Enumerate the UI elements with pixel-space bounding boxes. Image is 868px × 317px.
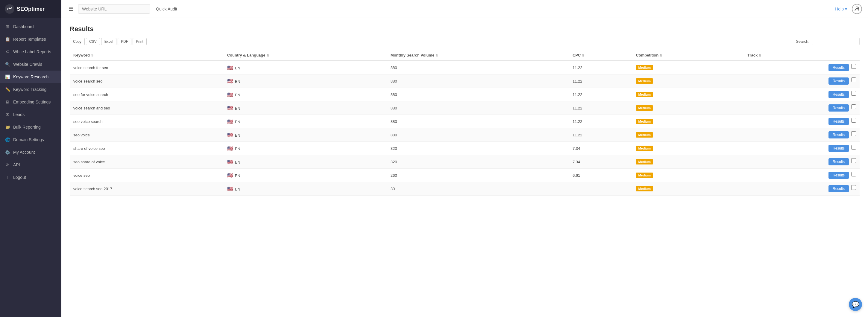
hamburger-button[interactable]: ☰: [67, 4, 74, 13]
results-button[interactable]: Results: [829, 118, 849, 125]
cell-volume: 880: [387, 88, 569, 101]
results-button[interactable]: Results: [829, 104, 849, 111]
table-row: seo voice🇺🇸EN88011.22MediumResults: [70, 128, 860, 142]
track-checkbox[interactable]: [851, 185, 856, 190]
cell-volume: 320: [387, 142, 569, 155]
cell-cpc: 11.22: [569, 115, 632, 128]
cell-volume: 880: [387, 74, 569, 88]
sidebar-item-logout[interactable]: ↑Logout: [0, 171, 61, 184]
url-input[interactable]: [78, 4, 150, 14]
sidebar-item-keyword-tracking[interactable]: ✏️Keyword Tracking: [0, 83, 61, 96]
cell-keyword: seo voice search: [70, 115, 224, 128]
track-checkbox[interactable]: [851, 91, 856, 96]
sidebar: SEOptimer ⊞Dashboard📋Report Templates🏷Wh…: [0, 0, 61, 317]
cell-cpc: 11.22: [569, 128, 632, 142]
sidebar-item-label-logout: Logout: [13, 175, 26, 180]
cell-volume: 260: [387, 169, 569, 182]
chat-bubble[interactable]: 💬: [849, 298, 862, 311]
results-button[interactable]: Results: [829, 77, 849, 84]
search-input[interactable]: [812, 38, 860, 45]
user-avatar[interactable]: [852, 4, 862, 14]
flag-icon: 🇺🇸: [227, 186, 233, 191]
col-header-competition[interactable]: Competition⇅: [632, 50, 744, 61]
cell-keyword: share of voice seo: [70, 142, 224, 155]
cell-country: 🇺🇸EN: [224, 182, 387, 196]
leads-icon: ✉: [5, 112, 10, 117]
table-row: seo voice search🇺🇸EN88011.22MediumResult…: [70, 115, 860, 128]
cell-keyword: voice seo: [70, 169, 224, 182]
sidebar-item-embedding-settings[interactable]: 🖥Embedding Settings: [0, 96, 61, 108]
cell-country: 🇺🇸EN: [224, 74, 387, 88]
topbar: ☰ Quick Audit Help ▾: [61, 0, 868, 18]
cell-keyword: voice search seo: [70, 74, 224, 88]
cell-volume: 880: [387, 128, 569, 142]
competition-badge: Medium: [636, 78, 653, 84]
results-button[interactable]: Results: [829, 172, 849, 179]
cell-track: Results: [744, 115, 860, 128]
cell-cpc: 11.22: [569, 61, 632, 74]
cell-track: Results: [744, 182, 860, 196]
results-table: Keyword⇅Country & Language⇅Monthly Searc…: [70, 50, 860, 196]
action-pdf-button[interactable]: PDF: [118, 38, 131, 45]
keyword-research-icon: 📊: [5, 74, 10, 79]
results-button[interactable]: Results: [829, 64, 849, 71]
action-print-button[interactable]: Print: [133, 38, 147, 45]
cell-track: Results: [744, 101, 860, 115]
table-body: voice search for seo🇺🇸EN88011.22MediumRe…: [70, 61, 860, 196]
sidebar-item-report-templates[interactable]: 📋Report Templates: [0, 33, 61, 45]
col-header-country[interactable]: Country & Language⇅: [224, 50, 387, 61]
report-templates-icon: 📋: [5, 36, 10, 42]
track-checkbox[interactable]: [851, 104, 856, 109]
sidebar-item-white-label[interactable]: 🏷White Label Reports: [0, 45, 61, 58]
sidebar-item-label-website-crawls: Website Crawls: [13, 62, 42, 67]
sidebar-item-leads[interactable]: ✉Leads: [0, 108, 61, 121]
logo-text: SEOptimer: [17, 6, 44, 12]
track-checkbox[interactable]: [851, 118, 856, 122]
flag-icon: 🇺🇸: [227, 92, 233, 97]
sidebar-item-my-account[interactable]: ⚙️My Account: [0, 146, 61, 158]
help-button[interactable]: Help ▾: [835, 7, 847, 11]
track-checkbox[interactable]: [851, 131, 856, 136]
sidebar-item-domain-settings[interactable]: 🌐Domain Settings: [0, 133, 61, 146]
action-copy-button[interactable]: Copy: [70, 38, 85, 45]
results-button[interactable]: Results: [829, 145, 849, 152]
cell-volume: 880: [387, 61, 569, 74]
track-checkbox[interactable]: [851, 64, 856, 69]
search-area: Search:: [796, 38, 860, 45]
results-button[interactable]: Results: [829, 185, 849, 192]
cell-cpc: 11.22: [569, 101, 632, 115]
search-label: Search:: [796, 39, 809, 44]
track-checkbox[interactable]: [851, 145, 856, 149]
track-checkbox[interactable]: [851, 172, 856, 176]
sidebar-item-dashboard[interactable]: ⊞Dashboard: [0, 20, 61, 33]
competition-badge: Medium: [636, 186, 653, 191]
col-header-cpc[interactable]: CPC⇅: [569, 50, 632, 61]
track-checkbox[interactable]: [851, 77, 856, 82]
sidebar-item-api[interactable]: ⟳API: [0, 158, 61, 171]
quick-audit-button[interactable]: Quick Audit: [154, 5, 180, 12]
competition-badge: Medium: [636, 92, 653, 97]
col-header-volume[interactable]: Monthly Search Volume⇅: [387, 50, 569, 61]
action-excel-button[interactable]: Excel: [101, 38, 117, 45]
col-header-track[interactable]: Track⇅: [744, 50, 860, 61]
sort-icon: ⇅: [759, 54, 761, 57]
cell-track: Results: [744, 155, 860, 169]
cell-track: Results: [744, 61, 860, 74]
action-csv-button[interactable]: CSV: [86, 38, 100, 45]
sidebar-item-keyword-research[interactable]: 📊Keyword Research: [0, 71, 61, 83]
track-checkbox[interactable]: [851, 158, 856, 163]
table-row: voice search seo🇺🇸EN88011.22MediumResult…: [70, 74, 860, 88]
cell-country: 🇺🇸EN: [224, 169, 387, 182]
results-button[interactable]: Results: [829, 91, 849, 98]
col-header-keyword[interactable]: Keyword⇅: [70, 50, 224, 61]
results-button[interactable]: Results: [829, 158, 849, 165]
lang-code: EN: [235, 160, 240, 165]
sidebar-item-label-my-account: My Account: [13, 150, 35, 154]
logout-icon: ↑: [5, 175, 10, 180]
sidebar-item-website-crawls[interactable]: 🔍Website Crawls: [0, 58, 61, 71]
results-button[interactable]: Results: [829, 131, 849, 138]
sidebar-item-bulk-reporting[interactable]: 📁Bulk Reporting: [0, 121, 61, 133]
dashboard-icon: ⊞: [5, 24, 10, 29]
table-row: voice search seo 2017🇺🇸EN30MediumResults: [70, 182, 860, 196]
sort-icon: ⇅: [435, 54, 438, 57]
